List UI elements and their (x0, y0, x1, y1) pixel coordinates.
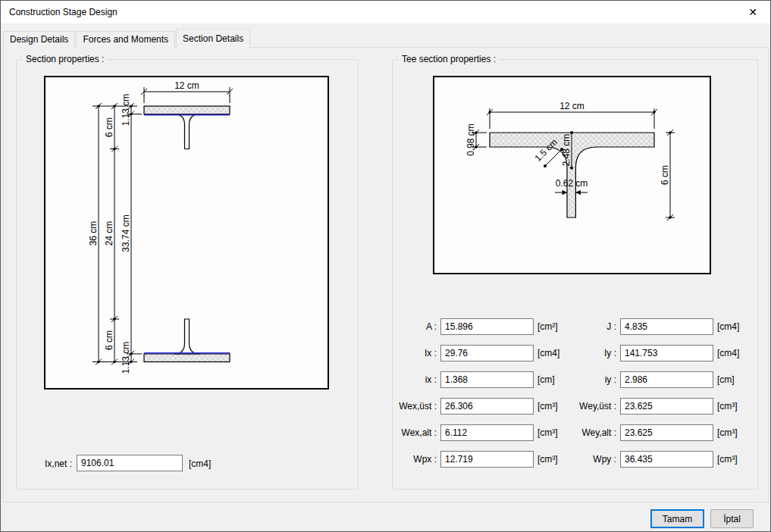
field-label: Wpy : (564, 454, 616, 465)
group-tee-section-properties-title: Tee section properties : (399, 54, 499, 64)
field-unit: [cm] (538, 374, 560, 385)
dim-lines-tee-width (487, 108, 657, 129)
field-unit: [cm4] (538, 348, 560, 358)
field-label: Wey,üst : (564, 401, 616, 412)
window-title: Construction Stage Design (9, 7, 118, 17)
ixnet-label: Ix,net : (24, 458, 72, 469)
field-label: Ix : (395, 348, 437, 358)
close-button[interactable]: ✕ (735, 1, 770, 23)
field-label: Wey,alt : (564, 427, 616, 438)
field-unit: [cm³] (538, 427, 560, 438)
field-input-iy-moment[interactable] (620, 345, 713, 361)
field-input-wey-ust[interactable] (620, 398, 713, 415)
dim-label-width-top: 12 cm (174, 80, 199, 91)
cancel-button[interactable]: İptal (710, 509, 754, 528)
dim-label-clear-height: 24 cm (104, 221, 114, 246)
dim-label-flange-top: 1.13 cm (121, 94, 131, 127)
field-label: A : (395, 321, 437, 332)
section-diagram: 12 cm 1.13 cm 6 cm 36 cm 24 cm 33.74 cm … (45, 77, 328, 388)
ixnet-input[interactable] (77, 455, 183, 471)
field-input-wex-ust[interactable] (440, 398, 534, 415)
dim-label-flange-bottom: 1.13 cm (121, 342, 131, 374)
field-input-wpy[interactable] (620, 451, 713, 468)
tab-design-details[interactable]: Design Details (3, 31, 75, 48)
tee-diagram-frame: 12 cm 0.98 cm 6 cm 2.48 cm 1.5 cm 0.62 c… (433, 76, 711, 274)
dim-label-tee-height: 6 cm (660, 165, 670, 185)
field-label: Wex,üst : (395, 401, 437, 412)
close-icon: ✕ (748, 6, 757, 18)
dim-label-inner-height: 33.74 cm (121, 214, 131, 252)
dim-label-tee-width: 12 cm (559, 101, 585, 111)
bottom-web (174, 319, 200, 354)
dim-label-tee-top: 6 cm (104, 117, 114, 137)
field-unit: [cm³] (538, 454, 560, 465)
dim-label-tee-bottom: 6 cm (104, 330, 114, 350)
ixnet-unit: [cm4] (189, 458, 211, 469)
dim-label-total-height: 36 cm (88, 221, 99, 246)
tab-forces-and-moments[interactable]: Forces and Moments (76, 31, 175, 48)
field-input-wey-alt[interactable] (620, 424, 713, 441)
field-label: iy : (564, 374, 616, 385)
title-bar: Construction Stage Design ✕ (1, 1, 770, 23)
dim-lines-vertical (92, 106, 142, 362)
field-unit: [cm³] (717, 427, 740, 438)
field-input-ix-radius[interactable] (440, 371, 534, 388)
field-input-wpx[interactable] (440, 451, 534, 468)
field-input-j[interactable] (620, 318, 713, 335)
dim-label-flange-thickness: 0.98 cm (465, 124, 476, 156)
ok-button[interactable]: Tamam (650, 509, 704, 528)
field-unit: [cm³] (717, 454, 740, 465)
tab-section-details[interactable]: Section Details (176, 29, 250, 49)
field-unit: [cm³] (717, 401, 740, 412)
bottom-flange (144, 354, 230, 362)
field-unit: [cm³] (538, 401, 560, 412)
tee-fields-grid: A : [cm²] J : [cm4] Ix : [cm4] Iy : [cm4… (395, 318, 740, 468)
field-label: Wex,alt : (395, 427, 437, 438)
field-label: Iy : (564, 348, 616, 358)
section-diagram-frame: 12 cm 1.13 cm 6 cm 36 cm 24 cm 33.74 cm … (44, 76, 329, 390)
construction-stage-design-dialog: Construction Stage Design ✕ Design Detai… (0, 0, 771, 532)
field-unit: [cm4] (717, 348, 740, 358)
top-flange (144, 106, 230, 114)
field-label: Wpx : (395, 454, 437, 465)
dim-label-web-thickness: 0.62 cm (556, 178, 588, 189)
group-section-properties-title: Section properties : (23, 54, 107, 64)
field-input-iy-radius[interactable] (620, 371, 713, 388)
field-label: ix : (395, 374, 437, 385)
field-unit: [cm²] (538, 321, 560, 332)
field-input-ix-moment[interactable] (440, 345, 534, 361)
tee-diagram: 12 cm 0.98 cm 6 cm 2.48 cm 1.5 cm 0.62 c… (434, 77, 710, 273)
field-unit: [cm4] (717, 321, 740, 332)
field-label: J : (564, 321, 616, 332)
tab-strip: Design Details Forces and Moments Sectio… (3, 28, 251, 48)
field-input-a[interactable] (440, 318, 534, 335)
field-unit: [cm] (717, 374, 740, 385)
top-web (174, 114, 200, 149)
field-input-wex-alt[interactable] (440, 424, 534, 441)
